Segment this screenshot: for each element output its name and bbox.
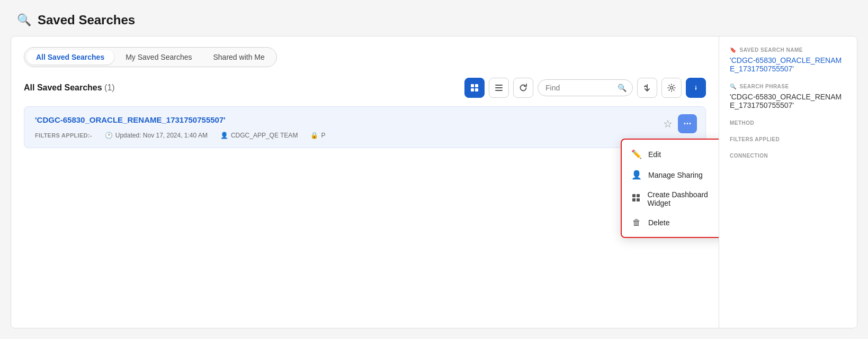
info-button[interactable] — [686, 78, 706, 98]
dropdown-item-delete[interactable]: 🗑 Delete — [622, 213, 719, 233]
page-header: 🔍 Saved Searches — [0, 0, 868, 36]
svg-rect-5 — [495, 87, 503, 88]
sort-button[interactable] — [637, 78, 657, 98]
rp-saved-search-name-section: 🔖 SAVED SEARCH NAME 'CDGC-65830_ORACLE_R… — [730, 47, 846, 73]
dropdown-menu: ✏️ Edit 👤 Manage Sharing Create Dashboar… — [621, 139, 719, 238]
tab-my-saved-searches[interactable]: My Saved Searches — [116, 50, 201, 65]
manage-sharing-label: Manage Sharing — [648, 171, 703, 179]
more-options-button[interactable]: ··· — [678, 114, 697, 133]
edit-icon: ✏️ — [631, 149, 642, 159]
rp-filters-applied-section: FILTERS APPLIED — [730, 136, 846, 142]
result-card-actions: ☆ ··· — [663, 114, 697, 133]
filters-applied: FILTERS APPLIED:- — [35, 132, 92, 139]
rp-search-phrase-label: 🔍 SEARCH PHRASE — [730, 84, 846, 89]
rp-connection-label: CONNECTION — [730, 153, 846, 159]
person-icon: 👤 — [220, 132, 228, 139]
svg-rect-1 — [475, 84, 478, 87]
main-container: All Saved Searches My Saved Searches Sha… — [11, 36, 857, 328]
svg-rect-13 — [637, 198, 640, 201]
svg-rect-11 — [637, 194, 640, 197]
settings-button[interactable] — [661, 78, 682, 98]
dashboard-widget-icon — [631, 194, 641, 204]
tab-all-saved-searches[interactable]: All Saved Searches — [26, 50, 114, 65]
tabs-row: All Saved Searches My Saved Searches Sha… — [24, 47, 277, 67]
rp-method-section: METHOD — [730, 120, 846, 126]
toolbar-row: All Saved Searches (1) 🔍 — [24, 78, 706, 98]
result-card-title[interactable]: 'CDGC-65830_ORACLE_RENAME_1731750755507' — [35, 115, 695, 124]
tab-shared-with-me[interactable]: Shared with Me — [203, 50, 274, 65]
privacy-text: P — [321, 132, 325, 139]
rp-search-phrase-section: 🔍 SEARCH PHRASE 'CDGC-65830_ORACLE_RENAM… — [730, 84, 846, 109]
owner-text: CDGC_APP_QE TEAM — [231, 132, 298, 139]
edit-label: Edit — [648, 150, 661, 159]
rp-saved-search-name-label: 🔖 SAVED SEARCH NAME — [730, 47, 846, 53]
table-view-button[interactable] — [489, 78, 509, 98]
clock-icon: 🕐 — [105, 132, 113, 139]
dropdown-item-manage-sharing[interactable]: 👤 Manage Sharing — [622, 164, 719, 185]
meta-updated: 🕐 Updated: Nov 17, 2024, 1:40 AM — [105, 132, 208, 139]
rp-method-label: METHOD — [730, 120, 846, 126]
refresh-button[interactable] — [513, 78, 533, 98]
svg-rect-0 — [471, 84, 474, 87]
search-input-wrapper: 🔍 — [538, 79, 633, 96]
dropdown-item-edit[interactable]: ✏️ Edit — [622, 144, 719, 164]
grid-view-button[interactable] — [464, 78, 485, 98]
svg-rect-10 — [632, 194, 636, 197]
lock-icon: 🔒 — [310, 132, 318, 139]
count-badge: (1) — [104, 83, 115, 92]
result-card-meta: FILTERS APPLIED:- 🕐 Updated: Nov 17, 202… — [35, 132, 695, 139]
svg-rect-9 — [695, 86, 696, 87]
page-header-icon: 🔍 — [17, 13, 31, 27]
bookmark-icon: 🔖 — [730, 47, 737, 53]
svg-point-7 — [670, 87, 673, 89]
svg-rect-3 — [475, 88, 478, 91]
svg-rect-12 — [632, 198, 636, 201]
manage-sharing-icon: 👤 — [631, 170, 642, 180]
meta-owner: 👤 CDGC_APP_QE TEAM — [220, 132, 298, 139]
delete-icon: 🗑 — [631, 218, 642, 227]
left-panel: All Saved Searches My Saved Searches Sha… — [11, 36, 719, 328]
dropdown-item-create-dashboard-widget[interactable]: Create Dashboard Widget — [622, 185, 719, 213]
page-title: Saved Searches — [38, 13, 135, 28]
svg-rect-8 — [695, 87, 696, 90]
star-button[interactable]: ☆ — [663, 117, 673, 130]
search-icon: 🔍 — [618, 84, 627, 92]
rp-search-phrase-value: 'CDGC-65830_ORACLE_RENAME_1731750755507' — [730, 93, 846, 109]
updated-text: Updated: Nov 17, 2024, 1:40 AM — [115, 132, 208, 139]
rp-saved-search-name-value: 'CDGC-65830_ORACLE_RENAME_1731750755507' — [730, 56, 846, 73]
delete-label: Delete — [648, 218, 669, 227]
meta-privacy: 🔒 P — [310, 132, 325, 139]
rp-connection-section: CONNECTION — [730, 153, 846, 159]
right-panel: 🔖 SAVED SEARCH NAME 'CDGC-65830_ORACLE_R… — [719, 36, 857, 328]
svg-rect-2 — [471, 88, 474, 91]
search-phrase-icon: 🔍 — [730, 84, 737, 89]
result-card: 'CDGC-65830_ORACLE_RENAME_1731750755507'… — [24, 106, 706, 148]
create-dashboard-widget-label: Create Dashboard Widget — [647, 190, 719, 207]
svg-rect-4 — [495, 85, 503, 86]
section-title: All Saved Searches (1) — [24, 83, 460, 93]
rp-filters-applied-label: FILTERS APPLIED — [730, 136, 846, 142]
svg-rect-6 — [495, 90, 503, 91]
